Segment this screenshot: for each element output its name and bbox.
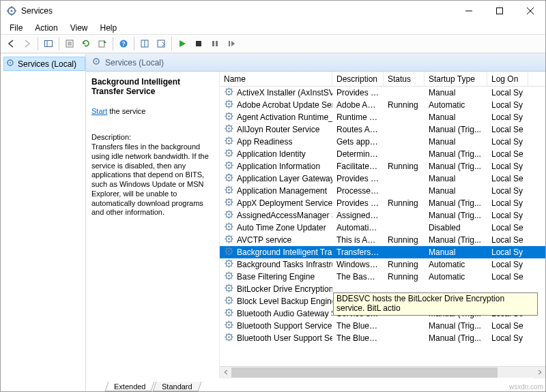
column-headers: NameDescriptionStatusStartup TypeLog On <box>220 72 545 87</box>
svg-point-201 <box>228 299 230 301</box>
svg-line-229 <box>226 327 227 328</box>
tab-extended[interactable]: Extended <box>105 382 155 391</box>
cell-startup: Manual (Trig... <box>425 125 487 134</box>
toolbar-extra-2[interactable] <box>154 36 169 51</box>
tab-standard[interactable]: Standard <box>153 382 201 391</box>
svg-point-61 <box>228 127 230 130</box>
service-row[interactable]: AllJoyn Router ServiceRoutes AllJo...Man… <box>220 123 545 136</box>
service-row[interactable]: App ReadinessGets apps re...ManualLocal … <box>220 136 545 148</box>
close-button[interactable] <box>515 1 545 21</box>
cell-startup: Manual <box>425 186 487 196</box>
watermark: wsxdn.com <box>509 383 543 391</box>
svg-line-128 <box>231 199 232 200</box>
cell-description: Routes AllJo... <box>332 125 384 134</box>
service-row[interactable]: Adobe Acrobat Update Serv...Adobe Acro..… <box>220 99 545 111</box>
cell-logon: Local Sy <box>487 198 528 208</box>
menu-action[interactable]: Action <box>29 22 63 33</box>
restart-service-button[interactable] <box>224 36 239 51</box>
service-row[interactable]: Application InformationFacilitates t...R… <box>220 160 545 172</box>
service-row[interactable]: Application ManagementProcesses in...Man… <box>220 185 545 197</box>
svg-line-186 <box>226 273 227 273</box>
svg-line-206 <box>226 297 227 298</box>
service-row[interactable]: Base Filtering EngineThe Base Fil...Runn… <box>220 271 545 283</box>
svg-point-121 <box>228 201 230 203</box>
service-row[interactable]: AppX Deployment Service (...Provides inf… <box>220 197 545 209</box>
cell-description: Facilitates t... <box>332 162 384 171</box>
service-row[interactable]: Application Layer Gateway ...Provides su… <box>220 172 545 185</box>
svg-line-187 <box>231 278 232 279</box>
cell-name: AssignedAccessManager Se... <box>220 209 332 222</box>
column-header[interactable]: Status <box>384 72 425 86</box>
cell-name: Block Level Backup Engine ... <box>220 295 332 307</box>
scroll-right-button[interactable] <box>534 367 545 378</box>
tree-root-item[interactable]: Services (Local) <box>3 57 85 71</box>
cell-name: Background Tasks Infrastruc... <box>220 258 332 271</box>
back-button[interactable] <box>3 36 18 51</box>
scroll-left-button[interactable] <box>220 367 231 378</box>
properties-button[interactable] <box>62 36 77 51</box>
svg-point-51 <box>228 115 230 117</box>
cell-name: Bluetooth User Support Ser... <box>220 332 332 344</box>
svg-rect-10 <box>45 41 53 47</box>
svg-line-166 <box>226 248 227 249</box>
svg-line-77 <box>231 143 232 144</box>
service-row[interactable]: Bluetooth User Support Ser...The Blueto.… <box>220 332 545 344</box>
column-header[interactable]: Startup Type <box>425 72 487 86</box>
menu-file[interactable]: File <box>4 22 28 33</box>
gear-icon <box>224 258 234 271</box>
pause-service-button[interactable] <box>207 36 222 51</box>
scroll-track[interactable] <box>231 367 534 378</box>
show-hide-button[interactable] <box>41 36 56 51</box>
gear-icon <box>224 209 234 222</box>
svg-line-158 <box>231 236 232 237</box>
svg-line-89 <box>226 155 227 156</box>
column-header[interactable]: Description <box>332 72 384 86</box>
svg-rect-22 <box>196 41 201 46</box>
menu-help[interactable]: Help <box>95 22 123 33</box>
refresh-button[interactable] <box>78 36 94 51</box>
svg-line-99 <box>226 168 227 168</box>
service-row[interactable]: Agent Activation Runtime_...Runtime for.… <box>220 111 545 123</box>
svg-line-188 <box>231 273 232 273</box>
maximize-button[interactable] <box>484 1 515 21</box>
cell-name: Bluetooth Audio Gateway S... <box>220 307 332 320</box>
service-row[interactable]: Bluetooth Support ServiceThe Blueto...Ma… <box>220 320 545 332</box>
column-header[interactable]: Log On <box>487 72 528 86</box>
cell-startup: Manual (Trig... <box>425 162 487 171</box>
service-row[interactable]: Background Tasks Infrastruc...Windows in… <box>220 258 545 271</box>
cell-startup: Manual (Trig... <box>425 149 487 159</box>
gear-icon <box>224 136 234 148</box>
svg-point-27 <box>10 62 11 63</box>
svg-line-97 <box>231 168 232 168</box>
svg-line-117 <box>231 192 232 193</box>
start-service-button[interactable] <box>175 36 190 51</box>
menu-view[interactable]: View <box>65 22 94 33</box>
svg-line-88 <box>231 150 232 151</box>
cell-name: AppX Deployment Service (... <box>220 197 332 209</box>
stop-service-button[interactable] <box>191 36 206 51</box>
help-button[interactable]: ? <box>116 36 131 51</box>
minimize-button[interactable] <box>453 1 484 21</box>
service-row[interactable]: ActiveX Installer (AxInstSV)Provides Us.… <box>220 87 545 99</box>
cell-logon: Local Se <box>487 125 528 134</box>
service-row[interactable]: Auto Time Zone UpdaterAutomatica...Disab… <box>220 222 545 234</box>
service-row[interactable]: AVCTP serviceThis is Audi...RunningManua… <box>220 234 545 246</box>
cell-description: The Blueto... <box>332 321 384 331</box>
cell-description: Runtime for... <box>332 112 384 122</box>
horizontal-scrollbar[interactable] <box>220 366 545 378</box>
svg-line-146 <box>226 224 227 224</box>
svg-point-1 <box>11 10 13 12</box>
app-icon <box>6 5 17 16</box>
forward-button[interactable] <box>20 36 35 51</box>
start-service-link[interactable]: Start <box>91 107 107 115</box>
cell-name: BitLocker Drive Encryption ... <box>220 283 332 295</box>
service-row[interactable]: AssignedAccessManager Se...AssignedAc...… <box>220 209 545 222</box>
service-row[interactable]: Background Intelligent Tran...Transfers … <box>220 246 545 258</box>
export-button[interactable] <box>95 36 110 51</box>
service-row[interactable]: Application IdentityDetermines ...Manual… <box>220 148 545 160</box>
scroll-thumb[interactable] <box>231 367 498 378</box>
toolbar-extra-1[interactable] <box>137 36 152 51</box>
svg-line-238 <box>231 334 232 335</box>
column-header[interactable]: Name <box>220 72 332 86</box>
description-label: Description: <box>91 133 212 141</box>
